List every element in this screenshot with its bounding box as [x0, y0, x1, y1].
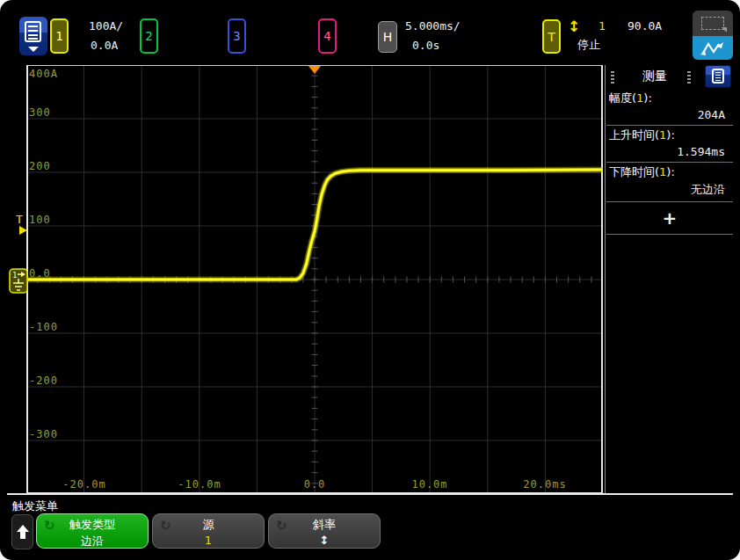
run-state-label: 停止 [577, 37, 600, 53]
trigger-time-marker[interactable] [308, 66, 321, 74]
measurement-label: 下降时间(1): [609, 164, 730, 180]
channel-1-scale[interactable]: 100A/ [89, 19, 123, 33]
menu-list-icon [712, 69, 724, 84]
measurement-menu-button[interactable] [705, 65, 731, 88]
trigger-button[interactable]: T [542, 19, 561, 54]
measurement-row[interactable]: 上升时间(1): 1.594ms [606, 126, 733, 163]
softkey-value: 边沿 [37, 534, 148, 549]
measurement-value: 204A [609, 106, 730, 122]
ground-marker-channel: 1 [12, 271, 17, 280]
measurement-row[interactable]: 下降时间(1): 无边沿 [606, 163, 733, 202]
channel-3-button[interactable]: 3 [228, 18, 246, 54]
trigger-source: 1 [599, 19, 606, 33]
menu-list-icon [25, 21, 41, 42]
arrow-up-icon [15, 522, 31, 542]
y-axis-label: -100 [29, 321, 58, 333]
y-axis-label: 200 [29, 160, 51, 172]
x-axis-label: 10.0m [395, 478, 465, 491]
channel-1-offset[interactable]: 0.0A [91, 39, 118, 52]
y-axis-label: -200 [29, 375, 58, 387]
trigger-level-readout: 90.0A [628, 19, 662, 33]
y-axis-label: 400A [29, 68, 58, 80]
timebase-delay[interactable]: 0.0s [412, 39, 439, 52]
measurement-panel: 测量 幅度(1): 204A 上升时间(1): 1.594ms 下降时间(1):… [606, 65, 733, 494]
trigger-level-letter: T [16, 213, 23, 226]
measurement-value: 1.594ms [609, 143, 730, 159]
measurement-value: 无边沿 [609, 180, 730, 199]
x-axis-label: -20.0m [49, 478, 120, 491]
softkey-menu-title: 触发菜单 [12, 498, 58, 514]
measurement-label: 幅度(1): [609, 91, 730, 106]
waveform-touch-button[interactable] [693, 36, 733, 60]
channel-1-ground-marker[interactable]: 1 [9, 268, 28, 294]
x-axis-label: -10.0m [164, 478, 235, 491]
channel-1-button[interactable]: 1 [50, 18, 69, 54]
menu-divider [7, 493, 733, 495]
panel-divider [605, 65, 606, 494]
cycle-icon: ↻ [276, 518, 287, 534]
channel-4-button[interactable]: 4 [318, 18, 337, 54]
main-menu-button[interactable] [19, 17, 47, 55]
oscilloscope-screen: 1 100A/ 0.0A 2 3 4 H 5.000ms/ 0.0s T ↕ 1… [0, 0, 740, 560]
cursor-arrow-icon [722, 27, 727, 33]
softkey-trigger-source[interactable]: ↻ 源 1 [152, 513, 265, 549]
chevron-down-icon [28, 47, 39, 52]
waveform-icon [698, 39, 728, 58]
softkey-value: 1 [153, 534, 264, 547]
y-axis-label: 100 [29, 214, 51, 226]
softkey-trigger-slope[interactable]: ↻ 斜率 ↕ [268, 513, 381, 549]
y-axis-label: -300 [29, 428, 58, 440]
add-measurement-button[interactable]: + [606, 202, 733, 235]
cycle-icon: ↻ [160, 518, 171, 534]
zoom-select-button[interactable] [693, 11, 733, 36]
trigger-slope-icon: ↕ [568, 18, 580, 35]
softkey-value: ↕ [269, 534, 380, 547]
cycle-icon: ↻ [44, 518, 55, 534]
y-axis-label: 0.0 [29, 267, 51, 280]
softkey-trigger-type[interactable]: ↻ 触发类型 边沿 [36, 513, 149, 549]
drag-grip-icon[interactable] [611, 71, 614, 84]
measurement-label: 上升时间(1): [609, 127, 730, 143]
menu-back-button[interactable] [11, 514, 33, 549]
waveform-graticule[interactable] [26, 65, 603, 494]
measurement-row[interactable]: 幅度(1): 204A [606, 89, 733, 126]
horizontal-button[interactable]: H [378, 21, 397, 53]
timebase-scale[interactable]: 5.000ms/ [405, 19, 461, 33]
channel-2-button[interactable]: 2 [140, 18, 158, 54]
drag-grip-icon[interactable] [687, 71, 691, 84]
trigger-level-marker[interactable] [19, 226, 27, 235]
x-axis-label: 0.0 [279, 478, 350, 491]
x-axis-label: 20.0ms [510, 478, 580, 491]
measurement-panel-header[interactable]: 测量 [606, 65, 733, 89]
y-axis-label: 300 [29, 106, 51, 119]
measurement-panel-title: 测量 [624, 69, 686, 84]
